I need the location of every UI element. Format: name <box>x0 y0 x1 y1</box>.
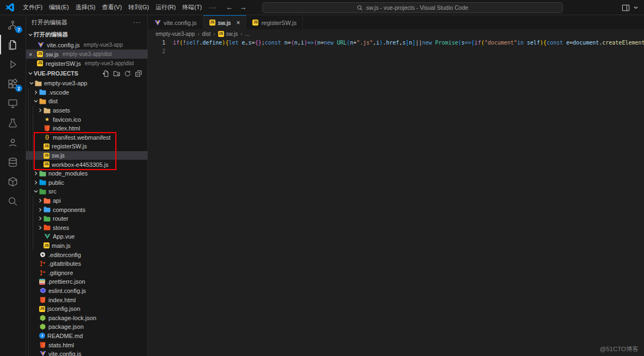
indent-guide <box>28 322 33 332</box>
close-icon[interactable]: × <box>236 19 240 27</box>
nav-forward-button[interactable]: → <box>239 3 246 11</box>
tab-sw.js[interactable]: JSsw.js× <box>203 15 247 29</box>
tree-item-label: vite.config.js <box>48 351 82 356</box>
tree-item-README.md[interactable]: iREADME.md <box>26 332 147 341</box>
extensions-activity-icon[interactable]: 2 <box>0 74 26 93</box>
tree-item-manifest.webmanifest[interactable]: {}manifest.webmanifest <box>26 133 147 142</box>
menu-item[interactable]: 编辑(E) <box>46 2 72 13</box>
breadcrumb-item[interactable]: JSsw.js <box>218 31 238 37</box>
open-editor-vite.config.js[interactable]: vite.config.jsempty-vue3-app <box>26 40 147 49</box>
chevron-right-icon[interactable] <box>37 216 44 221</box>
source-control-activity-icon[interactable]: 7 <box>0 15 26 35</box>
breadcrumb-item[interactable]: empty-vue3-app <box>156 31 195 37</box>
tree-item-.gitattributes[interactable]: .gitattributes <box>26 259 147 268</box>
tree-item-App.vue[interactable]: App.vue <box>26 232 147 241</box>
new-folder-icon[interactable] <box>113 70 120 77</box>
code-line-2[interactable]: 2 <box>148 47 644 56</box>
tree-item-api[interactable]: api <box>26 196 147 205</box>
tree-item-vite.config.js[interactable]: vite.config.js <box>26 349 147 356</box>
breadcrumb-label: ... <box>245 31 250 37</box>
layout-toggle-icon[interactable] <box>622 4 630 12</box>
tree-item-router[interactable]: router <box>26 214 147 223</box>
tree-item-.editorconfig[interactable]: .editorconfig <box>26 250 147 259</box>
menu-item[interactable]: 转到(G) <box>125 2 152 13</box>
open-editor-path: empty-vue3-app\dist <box>85 60 134 66</box>
breadcrumb-item[interactable]: ... <box>245 31 250 37</box>
tree-item-package-lock.json[interactable]: package-lock.json <box>26 313 147 322</box>
tree-item-src[interactable]: src <box>26 187 147 196</box>
tree-item-node_modules[interactable]: node_modules <box>26 169 147 178</box>
search-activity-icon[interactable] <box>0 191 26 211</box>
tree-item-dist[interactable]: dist <box>26 97 147 106</box>
menu-item[interactable]: 查看(V) <box>98 2 125 13</box>
folder-icon <box>39 179 46 186</box>
indent-guide <box>28 286 33 296</box>
tree-item-empty-vue3-app[interactable]: empty-vue3-app <box>26 79 147 88</box>
indent-guide <box>33 214 37 223</box>
tree-item-eslint.config.js[interactable]: eslint.config.js <box>26 286 147 296</box>
tree-item-public[interactable]: public <box>26 178 147 188</box>
menu-item[interactable]: 文件(F) <box>20 2 46 13</box>
vue-icon <box>44 233 51 240</box>
tree-item-favicon.ico[interactable]: ★favicon.ico <box>26 115 147 124</box>
account-activity-icon[interactable] <box>0 133 26 152</box>
breadcrumb-item[interactable]: dist <box>202 31 211 37</box>
layout-dropdown-chevron-icon[interactable] <box>633 5 639 10</box>
tree-item-components[interactable]: components <box>26 205 147 214</box>
nav-back-button[interactable]: ← <box>226 3 233 11</box>
chevron-down-icon[interactable] <box>33 98 39 104</box>
new-file-icon[interactable] <box>102 70 109 77</box>
tree-item-stats.html[interactable]: stats.html <box>26 340 147 349</box>
js-icon: JS <box>209 20 215 26</box>
tree-item-stores[interactable]: stores <box>26 223 147 233</box>
menu-item[interactable]: 选择(S) <box>72 2 99 13</box>
chevron-down-icon <box>27 71 34 76</box>
tree-item-workbox-e4453305.js[interactable]: JSworkbox-e4453305.js <box>26 160 147 169</box>
command-center-search[interactable]: sw.js - vue-projects - Visual Studio Cod… <box>262 2 563 13</box>
tree-item-.gitignore[interactable]: .gitignore <box>26 268 147 277</box>
tab-vite.config.js[interactable]: vite.config.js <box>148 15 203 29</box>
tree-item-label: favicon.ico <box>53 116 81 123</box>
tree-item-index.html[interactable]: index.html <box>26 295 147 304</box>
chevron-right-icon[interactable] <box>33 180 39 185</box>
remote-explorer-activity-icon[interactable] <box>0 93 26 113</box>
chevron-down-icon[interactable] <box>33 189 39 194</box>
menu-item[interactable]: 终端(T) <box>179 2 205 13</box>
chevron-right-icon[interactable] <box>37 225 44 230</box>
chevron-down-icon[interactable] <box>28 80 35 86</box>
tree-item-.vscode[interactable]: .vscode <box>26 88 147 97</box>
run-debug-activity-icon[interactable] <box>0 54 26 74</box>
open-editors-section-header[interactable]: 打开的编辑器 <box>26 29 147 40</box>
tree-item-.prettierrc.json[interactable]: .prettierrc.json <box>26 277 147 286</box>
collapse-all-icon[interactable] <box>135 70 142 77</box>
tree-item-index.html[interactable]: index.html <box>26 124 147 133</box>
chevron-right-icon[interactable] <box>33 171 39 176</box>
tree-item-package.json[interactable]: package.json <box>26 322 147 332</box>
database-activity-icon[interactable] <box>0 152 26 172</box>
tree-item-label: package.json <box>48 323 84 330</box>
docker-activity-icon[interactable] <box>0 172 26 191</box>
tree-item-registerSW.js[interactable]: JSregisterSW.js <box>26 142 147 151</box>
tab-registerSW.js[interactable]: JSregisterSW.js <box>246 15 303 29</box>
open-editor-sw.js[interactable]: ×JSsw.jsempty-vue3-app\dist <box>26 49 147 59</box>
sidebar-more-button[interactable]: ··· <box>133 19 141 26</box>
chevron-right-icon[interactable] <box>33 90 39 95</box>
open-editor-registerSW.js[interactable]: JSregisterSW.jsempty-vue3-app\dist <box>26 59 147 68</box>
chevron-right-icon[interactable] <box>37 198 44 203</box>
project-section-header[interactable]: VUE-PROJECTS <box>26 68 147 79</box>
close-icon[interactable]: × <box>29 49 32 59</box>
code-editor[interactable]: 1if(!self.define){let e,s={};const n=(n,… <box>148 38 644 356</box>
refresh-icon[interactable] <box>124 70 131 77</box>
menu-more-button[interactable]: ··· <box>205 3 220 12</box>
tree-item-jsconfig.json[interactable]: JSjsconfig.json <box>26 304 147 314</box>
explorer-sidebar: 打开的编辑器 ··· 打开的编辑器 vite.config.jsempty-vu… <box>26 15 148 356</box>
tree-item-sw.js[interactable]: JSsw.js <box>26 151 147 160</box>
menu-item[interactable]: 运行(R) <box>152 2 179 13</box>
chevron-right-icon[interactable] <box>37 207 44 213</box>
tree-item-assets[interactable]: assets <box>26 106 147 115</box>
chevron-right-icon[interactable] <box>37 108 44 113</box>
explorer-activity-icon[interactable] <box>0 35 26 54</box>
tree-item-main.js[interactable]: JSmain.js <box>26 241 147 251</box>
test-flask-activity-icon[interactable] <box>0 113 26 133</box>
code-line-1[interactable]: 1if(!self.define){let e,s={};const n=(n,… <box>148 39 644 47</box>
